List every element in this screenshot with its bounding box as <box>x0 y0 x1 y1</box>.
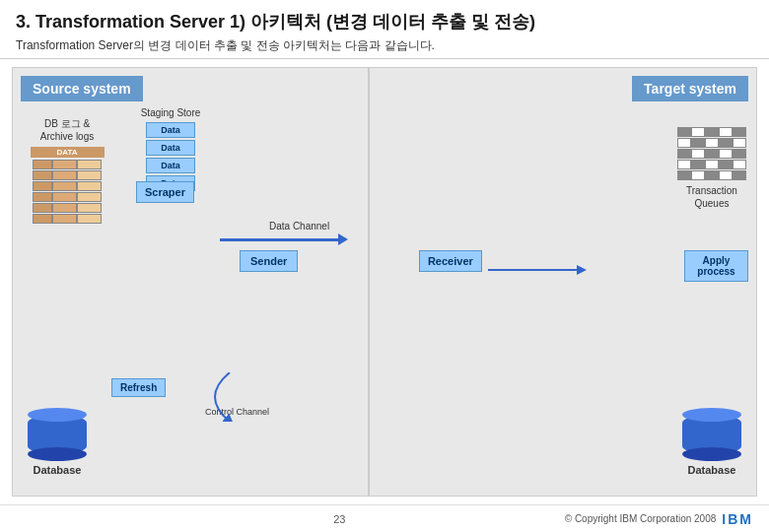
transaction-queues-area: TransactionQueues <box>677 127 746 210</box>
source-database: Database <box>28 415 87 476</box>
scraper-box: Scraper <box>136 181 194 203</box>
data-block-3: Data <box>146 158 195 173</box>
refresh-box: Refresh <box>111 378 166 397</box>
db-logs-label: DB 로그 &Archive logs <box>23 117 111 143</box>
page: { "header": { "title": "3. Transformatio… <box>0 0 769 532</box>
receiver-box: Receiver <box>419 250 482 272</box>
db-logs-area: DB 로그 &Archive logs DATA <box>23 117 111 226</box>
target-db-shape <box>682 415 741 454</box>
data-tag: DATA <box>31 147 105 158</box>
header: 3. Transformation Server 1) 아키텍처 (변경 데이터… <box>0 0 769 59</box>
target-db-top <box>682 408 741 422</box>
target-db-label: Database <box>682 464 741 476</box>
source-panel: Source system DB 로그 &Archive logs DATA <box>13 68 370 496</box>
data-channel-label: Data Channel <box>269 221 329 232</box>
data-block-2: Data <box>146 140 195 156</box>
main-content: Source system DB 로그 &Archive logs DATA <box>0 59 769 504</box>
source-db-shape <box>28 415 87 454</box>
target-db-bottom <box>682 447 741 461</box>
source-db-top <box>28 408 87 422</box>
target-database: Database <box>682 415 741 476</box>
data-channel-arrow <box>220 233 348 245</box>
staging-store-area: Staging Store Data Data Data Data <box>131 107 210 193</box>
page-number: 23 <box>333 513 345 525</box>
page-subtitle: Transformation Server의 변경 데이터 추출 및 전송 아키… <box>16 37 753 54</box>
staging-label: Staging Store <box>131 107 210 118</box>
diagram-container: Source system DB 로그 &Archive logs DATA <box>12 67 757 497</box>
ibm-logo: IBM <box>722 511 753 527</box>
transaction-queues-label: TransactionQueues <box>677 184 746 210</box>
target-panel: Target system TransactionQueues Receiver… <box>370 68 756 496</box>
page-title: 3. Transformation Server 1) 아키텍처 (변경 데이터… <box>16 10 753 33</box>
source-data-table <box>33 160 102 224</box>
data-block-1: Data <box>146 122 195 138</box>
source-system-label: Source system <box>21 76 143 101</box>
apply-process-box: Applyprocess <box>684 250 748 282</box>
svg-marker-1 <box>577 265 587 275</box>
footer-copyright: © Copyright IBM Corporation 2008 IBM <box>565 511 753 527</box>
receiver-to-apply-svg <box>488 260 587 290</box>
sender-box: Sender <box>240 250 298 272</box>
source-db-label: Database <box>28 464 87 476</box>
source-db-bottom <box>28 447 87 461</box>
copyright-text: © Copyright IBM Corporation 2008 <box>565 513 717 524</box>
target-system-label: Target system <box>632 76 748 101</box>
control-channel-svg <box>190 372 269 422</box>
footer: 23 © Copyright IBM Corporation 2008 IBM <box>0 504 769 532</box>
